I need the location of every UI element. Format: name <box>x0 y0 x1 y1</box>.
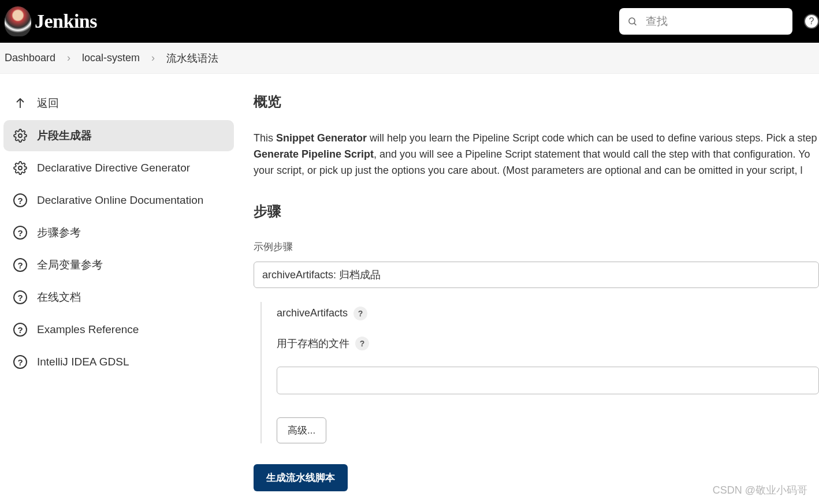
sidebar-item-label: Examples Reference <box>37 323 139 336</box>
header-right: ? <box>619 8 819 35</box>
chevron-right-icon: › <box>67 52 70 64</box>
sidebar-item-online-docs[interactable]: ? 在线文档 <box>3 282 234 313</box>
form-row-files: 用于存档的文件 ? <box>277 337 819 350</box>
sidebar-item-steps-reference[interactable]: ? 步骤参考 <box>3 217 234 248</box>
breadcrumb-item[interactable]: 流水线语法 <box>165 49 219 68</box>
files-label: 用于存档的文件 <box>277 337 349 350</box>
help-icon[interactable]: ? <box>353 307 367 320</box>
heading-overview: 概览 <box>254 92 819 111</box>
heading-steps: 步骤 <box>254 202 819 221</box>
brand-name: Jenkins <box>35 10 97 32</box>
sidebar-item-declarative-directive[interactable]: Declarative Directive Generator <box>3 152 234 184</box>
header-help-icon[interactable]: ? <box>804 14 819 29</box>
main-content: 概览 This Snippet Generator will help you … <box>240 74 819 491</box>
help-icon: ? <box>13 354 28 369</box>
search-box[interactable] <box>619 8 792 35</box>
gear-icon <box>13 160 28 176</box>
sidebar-item-intellij-gdsl[interactable]: ? IntelliJ IDEA GDSL <box>3 346 234 378</box>
select-value: archiveArtifacts: 归档成品 <box>262 268 381 282</box>
help-icon: ? <box>13 225 28 240</box>
brand-logo[interactable]: Jenkins <box>5 6 97 36</box>
sample-step-select[interactable]: archiveArtifacts: 归档成品 <box>254 262 819 288</box>
jenkins-mascot-icon <box>5 6 31 36</box>
sidebar-item-examples[interactable]: ? Examples Reference <box>3 314 234 345</box>
arrow-up-icon <box>13 96 28 111</box>
archive-artifacts-label: archiveArtifacts <box>277 307 348 319</box>
search-icon <box>627 16 638 27</box>
overview-description: This Snippet Generator will help you lea… <box>254 130 819 179</box>
help-icon: ? <box>13 290 28 305</box>
svg-point-4 <box>18 166 22 170</box>
sidebar-item-label: 步骤参考 <box>37 225 81 240</box>
sidebar-item-label: 片段生成器 <box>37 128 92 143</box>
form-row-archive: archiveArtifacts ? <box>277 307 819 320</box>
search-input[interactable] <box>646 15 784 28</box>
sidebar: 返回 片段生成器 Declarative Directive Generator… <box>0 74 240 491</box>
help-icon[interactable]: ? <box>355 337 369 350</box>
advanced-button[interactable]: 高级... <box>277 417 326 443</box>
sidebar-item-label: Declarative Directive Generator <box>37 162 190 174</box>
svg-line-1 <box>634 23 636 25</box>
files-input[interactable] <box>277 367 819 394</box>
step-config-form: archiveArtifacts ? 用于存档的文件 ? 高级... <box>260 302 819 443</box>
gear-icon <box>13 128 28 143</box>
main-container: 返回 片段生成器 Declarative Directive Generator… <box>0 74 819 491</box>
sidebar-item-label: 在线文档 <box>37 290 81 305</box>
sample-step-label: 示例步骤 <box>254 240 819 253</box>
sidebar-item-snippet-generator[interactable]: 片段生成器 <box>3 120 234 151</box>
breadcrumb-item[interactable]: local-system <box>81 50 141 66</box>
breadcrumb-item[interactable]: Dashboard <box>3 50 57 66</box>
sidebar-item-global-vars[interactable]: ? 全局变量参考 <box>3 249 234 281</box>
svg-point-3 <box>18 134 22 137</box>
sidebar-item-back[interactable]: 返回 <box>3 88 234 119</box>
sidebar-item-label: IntelliJ IDEA GDSL <box>37 356 129 368</box>
watermark: CSDN @敬业小码哥 <box>713 483 807 491</box>
help-icon: ? <box>13 193 28 208</box>
sidebar-item-label: Declarative Online Documentation <box>37 194 203 207</box>
breadcrumb: Dashboard › local-system › 流水线语法 <box>0 43 819 74</box>
help-icon: ? <box>13 322 28 337</box>
sidebar-item-label: 全局变量参考 <box>37 257 103 272</box>
generate-script-button[interactable]: 生成流水线脚本 <box>254 464 348 491</box>
app-header: Jenkins ? <box>0 0 819 43</box>
sidebar-item-declarative-docs[interactable]: ? Declarative Online Documentation <box>3 185 234 216</box>
sidebar-item-label: 返回 <box>37 96 59 111</box>
chevron-right-icon: › <box>151 52 155 64</box>
svg-point-0 <box>629 18 635 24</box>
help-icon: ? <box>13 257 28 272</box>
